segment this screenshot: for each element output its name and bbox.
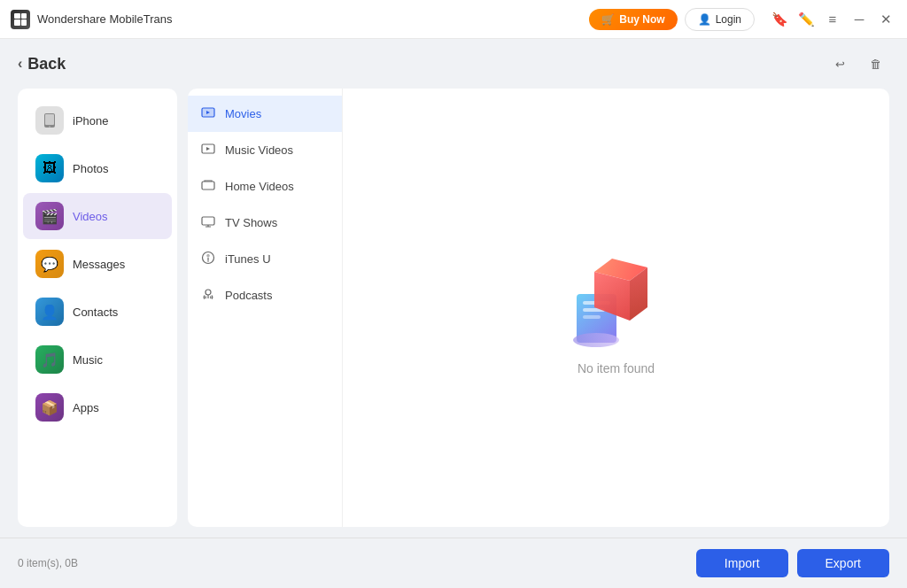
music-icon: 🎵 xyxy=(35,345,64,374)
back-arrow-icon: ‹ xyxy=(18,56,22,72)
sidebar-item-contacts-label: Contacts xyxy=(73,306,118,319)
svg-rect-14 xyxy=(583,315,601,319)
minimize-button[interactable]: ─ xyxy=(849,9,870,30)
sidebar-item-iphone-label: iPhone xyxy=(73,114,108,128)
photos-icon: 🖼 xyxy=(35,154,64,182)
svg-point-2 xyxy=(49,126,50,128)
back-button[interactable]: ‹ Back xyxy=(18,55,66,74)
app-title: Wondershare MobileTrans xyxy=(37,12,172,26)
item-count: 0 item(s), 0B xyxy=(18,557,78,569)
svg-rect-1 xyxy=(45,114,54,125)
svg-rect-6 xyxy=(202,182,214,190)
messages-icon: 💬 xyxy=(35,250,64,278)
app-icon-inner xyxy=(14,13,27,26)
refresh-button[interactable]: ↩ xyxy=(826,50,854,78)
category-item-music-videos[interactable]: Music Videos xyxy=(188,132,342,168)
category-item-podcasts[interactable]: Podcasts xyxy=(188,277,342,313)
sidebar-item-videos[interactable]: 🎬 Videos xyxy=(23,193,172,239)
category-item-movies[interactable]: Movies xyxy=(188,96,342,132)
sidebar-item-apps[interactable]: 📦 Apps xyxy=(23,384,172,430)
category-item-tv-shows[interactable]: TV Shows xyxy=(188,205,342,241)
trash-icon: 🗑 xyxy=(870,58,881,71)
main-area: ‹ Back ↩ 🗑 i xyxy=(0,39,907,588)
sidebar: iPhone 🖼 Photos 🎬 Videos 💬 xyxy=(18,89,177,527)
category-item-itunes-u[interactable]: iTunes U xyxy=(188,241,342,277)
import-button[interactable]: Import xyxy=(696,549,788,577)
login-button[interactable]: 👤 Login xyxy=(685,8,755,31)
svg-point-9 xyxy=(207,260,209,262)
svg-rect-7 xyxy=(202,217,214,225)
bottom-bar: 0 item(s), 0B Import Export xyxy=(0,538,907,588)
delete-button[interactable]: 🗑 xyxy=(861,50,889,78)
window-controls: 🔖 ✏️ ≡ ─ ✕ xyxy=(769,9,896,30)
category-item-home-videos[interactable]: Home Videos xyxy=(188,168,342,205)
app-icon xyxy=(11,10,30,29)
sidebar-item-music-label: Music xyxy=(73,353,103,367)
back-label: Back xyxy=(27,55,66,74)
svg-point-15 xyxy=(573,333,619,347)
sidebar-item-photos-label: Photos xyxy=(73,162,108,175)
empty-message: No item found xyxy=(578,361,655,375)
sidebar-item-videos-label: Videos xyxy=(73,210,108,223)
home-videos-label: Home Videos xyxy=(225,180,294,193)
empty-state: No item found xyxy=(563,241,670,375)
podcasts-cat-icon xyxy=(200,287,216,304)
right-panel: Movies Music Videos Home Videos xyxy=(188,89,889,527)
refresh-icon: ↩ xyxy=(835,58,845,71)
sidebar-item-music[interactable]: 🎵 Music xyxy=(23,337,172,383)
iphone-icon xyxy=(35,106,64,135)
empty-illustration xyxy=(563,241,670,347)
cart-icon: 🛒 xyxy=(601,13,615,26)
itunes-u-label: iTunes U xyxy=(225,252,271,266)
svg-point-10 xyxy=(205,290,211,295)
itunes-u-cat-icon xyxy=(200,251,216,267)
sidebar-item-contacts[interactable]: 👤 Contacts xyxy=(23,289,172,335)
user-icon: 👤 xyxy=(698,13,711,26)
category-list: Movies Music Videos Home Videos xyxy=(188,89,343,527)
menu-button[interactable]: ≡ xyxy=(822,9,843,30)
music-videos-cat-icon xyxy=(200,142,216,159)
back-header: ‹ Back ↩ 🗑 xyxy=(0,39,907,89)
sidebar-item-apps-label: Apps xyxy=(73,401,99,414)
edit-button[interactable]: ✏️ xyxy=(795,9,817,30)
close-button[interactable]: ✕ xyxy=(875,9,896,30)
contacts-icon: 👤 xyxy=(35,298,64,326)
music-videos-label: Music Videos xyxy=(225,143,293,157)
titlebar: Wondershare MobileTrans 🛒 Buy Now 👤 Logi… xyxy=(0,0,907,39)
buy-now-label: Buy Now xyxy=(619,13,664,26)
sidebar-item-iphone[interactable]: iPhone xyxy=(23,97,172,143)
titlebar-left: Wondershare MobileTrans xyxy=(11,10,172,29)
tv-shows-label: TV Shows xyxy=(225,216,277,229)
sidebar-item-messages[interactable]: 💬 Messages xyxy=(23,241,172,287)
content-area: No item found xyxy=(343,89,889,527)
header-actions: ↩ 🗑 xyxy=(826,50,889,78)
apps-icon: 📦 xyxy=(35,393,64,422)
podcasts-label: Podcasts xyxy=(225,289,272,302)
bookmark-button[interactable]: 🔖 xyxy=(769,9,790,30)
movies-cat-icon xyxy=(200,105,216,122)
login-label: Login xyxy=(716,13,741,26)
action-buttons: Import Export xyxy=(696,549,889,577)
movies-label: Movies xyxy=(225,107,261,120)
content-layout: iPhone 🖼 Photos 🎬 Videos 💬 xyxy=(0,89,907,538)
buy-now-button[interactable]: 🛒 Buy Now xyxy=(589,9,677,30)
sidebar-item-photos[interactable]: 🖼 Photos xyxy=(23,145,172,191)
tv-shows-cat-icon xyxy=(200,214,216,231)
sidebar-item-messages-label: Messages xyxy=(73,258,125,271)
home-videos-cat-icon xyxy=(200,178,216,195)
export-button[interactable]: Export xyxy=(797,549,889,577)
videos-icon: 🎬 xyxy=(35,202,64,230)
titlebar-right: 🛒 Buy Now 👤 Login 🔖 ✏️ ≡ ─ ✕ xyxy=(589,8,896,31)
